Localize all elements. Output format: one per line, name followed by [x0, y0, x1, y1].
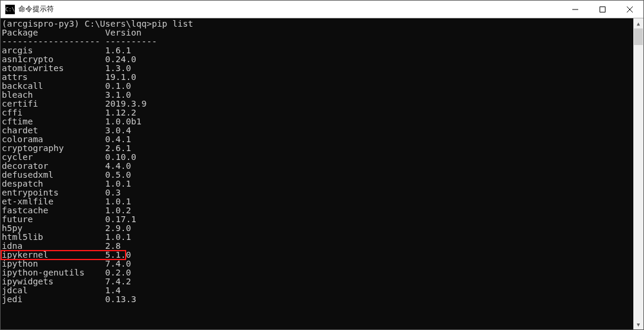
close-button[interactable] [616, 1, 643, 18]
package-row: jedi 0.13.3 [2, 295, 633, 304]
svg-line-2 [627, 7, 633, 12]
package-row: ipython-genutils 0.2.0 [2, 268, 633, 277]
cmd-icon: C:\ [5, 5, 15, 14]
package-row: cftime 1.0.0b1 [2, 117, 633, 126]
package-row: atomicwrites 1.3.0 [2, 64, 633, 73]
package-row: asn1crypto 0.24.0 [2, 55, 633, 64]
package-row: jdcal 1.4 [2, 286, 633, 295]
package-row: cffi 1.12.2 [2, 108, 633, 117]
package-row: et-xmlfile 1.0.1 [2, 197, 633, 206]
vertical-scrollbar[interactable]: ▲ ▼ [633, 18, 643, 329]
package-row: arcgis 1.6.1 [2, 46, 633, 55]
scroll-down-arrow[interactable]: ▼ [633, 319, 643, 329]
prompt-line: (arcgispro-py3) C:\Users\lqq>pip list [2, 20, 633, 28]
package-row: colorama 0.4.1 [2, 135, 633, 144]
window-title: 命令提示符 [18, 4, 54, 14]
package-row: cycler 0.10.0 [2, 153, 633, 162]
package-row: cryptography 2.6.1 [2, 144, 633, 153]
console-output[interactable]: (arcgispro-py3) C:\Users\lqq>pip listPac… [1, 18, 633, 329]
svg-line-3 [627, 7, 633, 12]
package-row: ipython 7.4.0 [2, 259, 633, 268]
scroll-up-arrow[interactable]: ▲ [633, 18, 643, 28]
package-row: despatch 1.0.1 [2, 180, 633, 188]
package-row: chardet 3.0.4 [2, 126, 633, 135]
package-row: entrypoints 0.3 [2, 188, 633, 197]
svg-rect-1 [600, 7, 605, 12]
package-row: html5lib 1.0.1 [2, 233, 633, 242]
package-row: backcall 0.1.0 [2, 82, 633, 91]
package-row: ipykernel 5.1.0 [2, 251, 633, 259]
minimize-button[interactable] [562, 1, 589, 18]
package-row: ipywidgets 7.4.2 [2, 277, 633, 286]
separator-row: ------------------- ---------- [2, 37, 633, 46]
package-row: decorator 4.4.0 [2, 162, 633, 171]
package-row: idna 2.8 [2, 242, 633, 251]
package-row: certifi 2019.3.9 [2, 100, 633, 108]
cmd-window: C:\ 命令提示符 (arcgispro-py3) C:\Users\lqq>p… [0, 0, 644, 330]
maximize-button[interactable] [589, 1, 616, 18]
package-row: attrs 19.1.0 [2, 73, 633, 82]
package-row: future 0.17.1 [2, 215, 633, 224]
package-row: fastcache 1.0.2 [2, 206, 633, 215]
package-row: defusedxml 0.5.0 [2, 171, 633, 180]
package-row: bleach 3.1.0 [2, 91, 633, 100]
scroll-thumb[interactable] [634, 28, 643, 45]
titlebar[interactable]: C:\ 命令提示符 [1, 1, 643, 18]
header-row: Package Version [2, 28, 633, 37]
client-area: (arcgispro-py3) C:\Users\lqq>pip listPac… [1, 18, 643, 329]
package-row: h5py 2.9.0 [2, 224, 633, 233]
